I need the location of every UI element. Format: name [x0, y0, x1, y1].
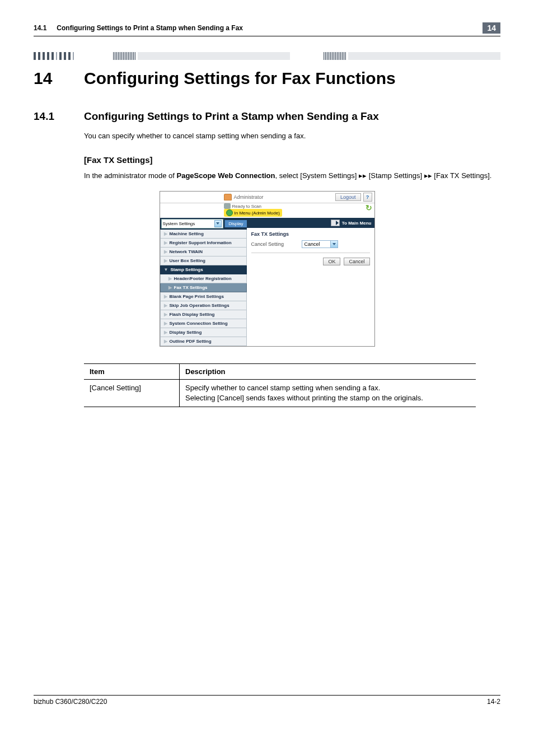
ok-button[interactable]: OK	[323, 258, 340, 265]
to-main-menu-button[interactable]: To Main Menu	[328, 218, 374, 228]
nav-item-label: Network TWAIN	[170, 249, 203, 254]
nav-item-header-footer-registration[interactable]: ▶Header/Footer Registration	[160, 274, 247, 283]
mode-status: In Menu (Admin Mode)	[235, 211, 280, 216]
mode-icon	[226, 209, 233, 216]
chevron-right-icon: ▶	[168, 276, 172, 281]
nav-item-label: System Connection Setting	[170, 321, 228, 326]
nav-item-label: Outline PDF Setting	[170, 339, 212, 344]
header-section-title: Configuring Settings to Print a Stamp wh…	[57, 24, 243, 32]
running-header: 14.1 Configuring Settings to Print a Sta…	[34, 22, 500, 36]
logout-button[interactable]: Logout	[335, 193, 361, 201]
table-row: [Cancel Setting] Specify whether to canc…	[84, 380, 476, 407]
subsection-body-b: , select [System Settings] ▸▸ [Stamp Set…	[275, 171, 492, 180]
nav-item-label: Header/Footer Registration	[174, 276, 232, 281]
chevron-right-icon: ▶	[164, 339, 167, 344]
header-rule	[34, 36, 500, 36]
ready-status: Ready to Scan	[232, 204, 261, 209]
chevron-right-icon: ▶	[164, 249, 167, 254]
chapter-number: 14	[34, 69, 84, 88]
nav-item-outline-pdf-setting[interactable]: ▶Outline PDF Setting	[160, 337, 247, 346]
nav-item-label: Stamp Settings	[170, 267, 203, 272]
page-footer: bizhub C360/C280/C220 14-2	[34, 695, 500, 706]
to-main-menu-icon	[331, 220, 340, 226]
nav-item-skip-job-operation-settings[interactable]: ▶Skip Job Operation Settings	[160, 301, 247, 310]
section-title: Configuring Settings to Print a Stamp wh…	[84, 110, 379, 123]
chapter-heading: 14 Configuring Settings for Fax Function…	[34, 69, 500, 88]
cancel-setting-label: Cancel Setting	[251, 241, 302, 247]
nav-item-stamp-settings[interactable]: ▼Stamp Settings	[160, 265, 247, 274]
chevron-right-icon: ▶	[164, 231, 167, 236]
nav-item-fax-tx-settings[interactable]: ▶Fax TX Settings	[160, 283, 247, 292]
footer-model: bizhub C360/C280/C220	[34, 698, 107, 706]
nav-item-label: Register Support Information	[170, 240, 232, 245]
section-intro: You can specify whether to cancel stamp …	[84, 130, 500, 142]
nav-item-display-setting[interactable]: ▶Display Setting	[160, 328, 247, 337]
subsection-body-bold: PageScope Web Connection	[176, 171, 275, 180]
chapter-title: Configuring Settings for Fax Functions	[84, 69, 396, 88]
footer-page-number: 14-2	[487, 698, 500, 706]
nav-item-flash-display-setting[interactable]: ▶Flash Display Setting	[160, 310, 247, 319]
nav-category-value: System Settings	[163, 221, 195, 226]
nav-category-select[interactable]: System Settings	[161, 219, 224, 228]
nav-item-label: Flash Display Setting	[170, 312, 215, 317]
cancel-setting-value: Cancel	[302, 241, 330, 248]
help-button[interactable]: ?	[363, 193, 372, 202]
cancel-button[interactable]: Cancel	[344, 258, 369, 265]
section-number: 14.1	[34, 110, 84, 123]
chevron-down-icon: ▼	[164, 267, 168, 272]
chevron-right-icon: ▶	[164, 294, 167, 299]
chevron-down-icon	[214, 220, 222, 227]
embedded-screenshot: Administrator Logout ? Ready to Scan In …	[160, 191, 375, 347]
chevron-down-icon	[330, 241, 338, 248]
nav-item-register-support-information[interactable]: ▶Register Support Information	[160, 239, 247, 248]
form-title: Fax TX Settings	[251, 231, 370, 237]
chevron-right-icon: ▶	[164, 303, 167, 308]
nav-item-label: Blank Page Print Settings	[170, 294, 224, 299]
chevron-right-icon: ▶	[164, 321, 167, 326]
display-button[interactable]: Display	[224, 220, 246, 227]
section-heading: 14.1 Configuring Settings to Print a Sta…	[34, 110, 500, 123]
subsection-body: In the administrator mode of PageScope W…	[84, 170, 500, 181]
col-header-item: Item	[84, 364, 180, 380]
nav-item-label: Fax TX Settings	[174, 285, 208, 290]
decorative-bar	[34, 52, 500, 60]
cell-item: [Cancel Setting]	[84, 380, 180, 407]
nav-item-label: User Box Setting	[170, 258, 205, 263]
administrator-label: Administrator	[234, 194, 264, 200]
nav-item-label: Display Setting	[170, 330, 202, 335]
description-table: Item Description [Cancel Setting] Specif…	[84, 363, 476, 407]
nav-item-label: Skip Job Operation Settings	[170, 303, 229, 308]
subsection-title: [Fax TX Settings]	[84, 155, 500, 165]
administrator-icon	[224, 194, 232, 200]
col-header-description: Description	[180, 364, 476, 380]
nav-item-system-connection-setting[interactable]: ▶System Connection Setting	[160, 319, 247, 328]
subsection-body-a: In the administrator mode of	[84, 171, 176, 180]
nav-item-blank-page-print-settings[interactable]: ▶Blank Page Print Settings	[160, 292, 247, 301]
nav-item-network-twain[interactable]: ▶Network TWAIN	[160, 248, 247, 256]
left-nav: System Settings Display ▶Machine Setting…	[160, 218, 247, 346]
chevron-right-icon: ▶	[164, 330, 167, 335]
chevron-right-icon: ▶	[168, 285, 172, 290]
cell-description: Specify whether to cancel stamp setting …	[180, 380, 476, 407]
refresh-icon[interactable]: ↻	[366, 203, 372, 217]
cancel-setting-select[interactable]: Cancel	[302, 240, 338, 248]
chevron-right-icon: ▶	[164, 312, 167, 317]
nav-item-machine-setting[interactable]: ▶Machine Setting	[160, 230, 247, 239]
scanner-icon	[224, 203, 231, 209]
header-section-number: 14.1	[34, 24, 46, 32]
chevron-right-icon: ▶	[164, 258, 167, 263]
header-chapter-badge: 14	[483, 22, 500, 34]
to-main-menu-label: To Main Menu	[342, 221, 372, 226]
nav-item-label: Machine Setting	[170, 231, 204, 236]
chevron-right-icon: ▶	[164, 240, 167, 245]
nav-item-user-box-setting[interactable]: ▶User Box Setting	[160, 256, 247, 265]
